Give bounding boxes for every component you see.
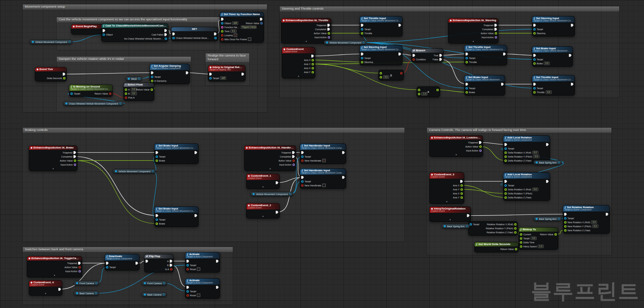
mult-node[interactable]: ×-1.0	[417, 86, 440, 97]
target-pin[interactable]	[70, 93, 73, 95]
exec-pin[interactable]	[164, 29, 167, 32]
input-action-pin[interactable]	[495, 36, 497, 39]
exec-pin[interactable]	[460, 180, 463, 183]
rinterp-node[interactable]: ƒRInterp ToCurrentTarget0.0Delta TimeInt…	[519, 227, 558, 250]
relative-rotation-z-yaw-pin[interactable]	[514, 231, 517, 234]
collapse-chevron-icon[interactable]: ▾	[245, 168, 296, 171]
exec-pin[interactable]	[63, 73, 65, 76]
activate-1-node[interactable]: ƒActivateTarget is Actor ComponentTarget…	[185, 252, 220, 272]
variable-output-pin[interactable]	[363, 42, 365, 44]
relative-rotation-y-pitch-pin[interactable]	[514, 227, 517, 230]
b-value[interactable]: 3.0	[131, 92, 137, 95]
collapse-chevron-icon[interactable]: ▾	[430, 200, 464, 203]
exec-pin[interactable]	[186, 286, 189, 289]
target-pin[interactable]	[186, 264, 189, 266]
new-handbrake-checkbox[interactable]	[322, 184, 326, 187]
target-value[interactable]: 0.0	[531, 237, 537, 240]
interp-speed-value[interactable]: 1.0	[538, 245, 544, 248]
object-value[interactable]: self	[232, 21, 238, 25]
vehicle-movement-component-variable[interactable]: Vehicle Movement Component	[30, 40, 72, 44]
target-pin[interactable]	[533, 87, 536, 89]
collapse-chevron-icon[interactable]: ▾	[430, 219, 471, 222]
comment-dampen-rotation-title[interactable]: Dampen the vehicle rotation while it's i…	[57, 57, 191, 62]
variable-output-pin[interactable]	[289, 193, 291, 195]
exec-pin[interactable]	[146, 260, 148, 263]
b-pin[interactable]	[170, 264, 172, 267]
target-pin[interactable]	[156, 219, 158, 221]
target-pin[interactable]	[470, 223, 472, 226]
exec-pin[interactable]	[216, 260, 219, 263]
triggered-pin[interactable]	[73, 151, 76, 154]
collapse-chevron-icon[interactable]: ▾	[247, 215, 279, 218]
reset-checkbox[interactable]	[197, 267, 200, 271]
target-pin[interactable]	[301, 156, 304, 158]
back-camera-variable[interactable]: Back Camera	[74, 291, 99, 296]
input-action-pin[interactable]	[78, 270, 81, 272]
exec-pin[interactable]	[276, 211, 278, 214]
steering-pin[interactable]	[361, 61, 363, 63]
time-pin[interactable]	[221, 30, 223, 33]
target-pin[interactable]	[504, 184, 507, 187]
exec-pin[interactable]	[546, 180, 549, 183]
exec-pin[interactable]	[195, 214, 197, 217]
add-local-rot-1-node[interactable]: ƒAdd Local RotationTarget is Scene Compo…	[503, 135, 550, 164]
exec-pin[interactable]	[342, 151, 345, 154]
action-value-pin[interactable]	[328, 32, 330, 35]
throttle-pin[interactable]	[533, 91, 536, 94]
delta-rotation-z-yaw-pin[interactable]	[504, 196, 507, 199]
exec-pin[interactable]	[209, 73, 212, 76]
set-brake-4-node[interactable]: ƒSet Brake InputTarget is Chaos Vehicle …	[154, 206, 199, 227]
target-pin[interactable]	[504, 147, 507, 150]
target-pin[interactable]	[564, 217, 567, 220]
tick-node[interactable]: ◆Event TickDelta Seconds	[35, 67, 67, 81]
collapse-chevron-icon[interactable]: ▾	[27, 274, 82, 277]
object-pin[interactable]	[103, 34, 105, 36]
set-handbrake-1-node[interactable]: ƒSet Handbrake InputTarget is Chaos Vehi…	[300, 143, 346, 164]
ia-handbrake-node[interactable]: ◆EnhancedInputAction IA_HandbrakeTrigger…	[244, 145, 296, 171]
exec-pin[interactable]	[501, 83, 504, 86]
triggered-pin[interactable]	[494, 24, 497, 27]
comment-camera-controls-title[interactable]: Camera Controls. The camera will realign…	[427, 128, 611, 133]
pin-value[interactable]: 0.0	[383, 75, 389, 79]
collapse-chevron-icon[interactable]: ▾	[29, 168, 77, 171]
collapse-chevron-icon[interactable]: ▾	[29, 292, 62, 295]
variable-output-pin[interactable]	[95, 292, 97, 294]
exec-pin[interactable]	[216, 286, 219, 289]
variable-output-pin[interactable]	[163, 282, 165, 284]
axis-y-pin[interactable]	[312, 71, 314, 73]
back-spring-arm-variable[interactable]: Back Spring Arm	[441, 224, 470, 229]
object-pin[interactable]	[221, 22, 223, 24]
exec-pin[interactable]	[172, 33, 175, 36]
comment-movement-setup-title[interactable]: Movement component setup	[23, 4, 267, 9]
return-value-pin[interactable]	[554, 233, 557, 236]
action-value-pin[interactable]	[292, 160, 295, 162]
exec-pin[interactable]	[533, 24, 536, 27]
exec-pin[interactable]	[571, 83, 574, 86]
custom-evt-1-node[interactable]: ◆CustomEvent_1Custom Event▾	[246, 174, 280, 189]
set-steering-1-node[interactable]: ƒSet Steering InputTarget is Chaos Vehic…	[532, 16, 575, 37]
exec-pin[interactable]	[106, 262, 109, 265]
new-rotation-y-pitch-value[interactable]: 0.0	[592, 225, 598, 228]
reset-checkbox[interactable]	[197, 294, 200, 297]
target-pin[interactable]	[466, 57, 468, 59]
delta-rotation-y-pitch-pin[interactable]	[504, 192, 507, 195]
in-damping-pin[interactable]	[151, 80, 153, 82]
set-handbrake-2-node[interactable]: ƒSet Handbrake InputTarget is Chaos Vehi…	[300, 168, 346, 189]
exec-pin[interactable]	[186, 260, 189, 263]
front-camera-variable[interactable]: Front Camera	[74, 281, 99, 286]
exec-pin[interactable]	[301, 176, 304, 179]
exec-pin[interactable]	[342, 176, 345, 179]
current-pin[interactable]	[520, 233, 522, 236]
variable-output-pin[interactable]	[95, 282, 97, 284]
target-pin[interactable]	[466, 87, 468, 89]
interp-event-def-node[interactable]: ◆InterpToOriginalRotationCustom Event▾	[429, 206, 471, 222]
set-throttle-1-node[interactable]: ƒSet Throttle InputTarget is Chaos Vehic…	[360, 16, 402, 37]
steering-pin[interactable]	[533, 32, 536, 35]
target-pin[interactable]	[301, 180, 304, 183]
axis-y-pin[interactable]	[461, 196, 463, 199]
is-a-pin[interactable]	[170, 268, 172, 270]
target-pin[interactable]	[106, 266, 108, 268]
variable-output-pin[interactable]	[558, 218, 560, 220]
max-once-per-frame-pin[interactable]	[221, 38, 223, 41]
exec-pin[interactable]	[533, 83, 536, 86]
